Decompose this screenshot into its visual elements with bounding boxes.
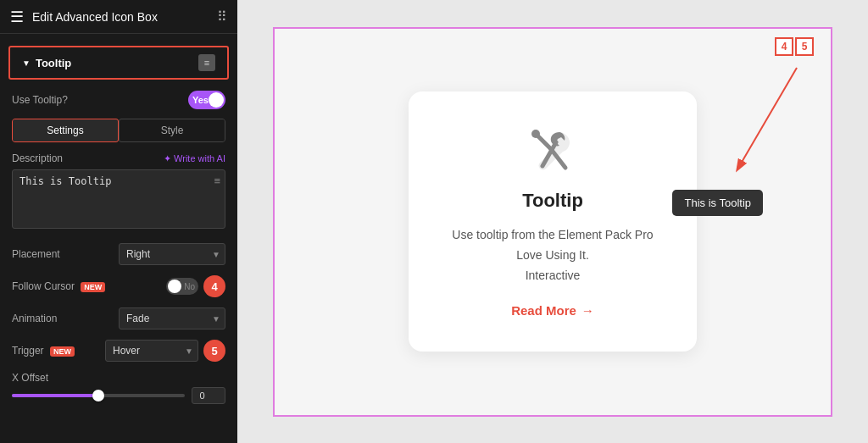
description-row: Description ✦ Write with AI — [0, 149, 237, 168]
card-read-more-link[interactable]: Read More → — [511, 303, 594, 318]
use-tooltip-label: Use Tooltip? — [12, 94, 188, 106]
annotation-badge-4: 4 — [203, 275, 225, 297]
card-tools-icon — [527, 125, 578, 176]
annotation-wrap: 4 5 — [712, 37, 814, 198]
follow-cursor-label: Follow Cursor NEW — [12, 280, 166, 292]
grid-icon[interactable]: ⠿ — [217, 8, 227, 25]
card-title: Tooltip — [522, 190, 583, 212]
doc-icon: ≡ — [198, 54, 215, 71]
description-textarea[interactable]: This is Tooltip — [12, 169, 225, 229]
sidebar-title: Edit Advanced Icon Box — [32, 10, 217, 24]
annotation-box-4: 4 — [775, 37, 793, 56]
trigger-new-badge: NEW — [50, 346, 75, 357]
follow-cursor-new-badge: NEW — [81, 282, 105, 292]
canvas-inner: Tooltip Use tooltip from the Element Pac… — [273, 27, 832, 417]
icon-box-card: Tooltip Use tooltip from the Element Pac… — [409, 91, 697, 351]
animation-label: Animation — [12, 313, 119, 324]
follow-cursor-toggle[interactable]: No — [166, 278, 198, 295]
animation-select-wrap: Fade Shift Away Scale Perspective ▼ — [119, 307, 225, 329]
toggle-knob — [209, 92, 224, 108]
sidebar-content: ▼ Tooltip ≡ Use Tooltip? Yes Settings St… — [0, 34, 237, 443]
animation-row: Animation Fade Shift Away Scale Perspect… — [0, 303, 237, 334]
x-offset-input[interactable] — [192, 387, 225, 404]
main-canvas: Tooltip Use tooltip from the Element Pac… — [237, 0, 868, 443]
description-label: Description — [12, 152, 164, 164]
placement-select-wrap: Right Left Top Bottom ▼ — [119, 243, 225, 265]
annotation-arrow — [712, 59, 814, 195]
annotation-numbers: 4 5 — [712, 37, 814, 56]
write-ai-button[interactable]: ✦ Write with AI — [164, 153, 225, 164]
follow-cursor-no-label: No — [184, 282, 195, 291]
tab-style[interactable]: Style — [119, 119, 225, 142]
trigger-select[interactable]: Hover Click Focus — [105, 340, 198, 362]
use-tooltip-row: Use Tooltip? Yes — [0, 86, 237, 114]
settings-style-tabs: Settings Style — [12, 119, 225, 142]
card-description: Use tooltip from the Element Pack Pro Lo… — [452, 225, 653, 285]
x-offset-row: X Offset — [0, 368, 237, 408]
placement-row: Placement Right Left Top Bottom ▼ — [0, 239, 237, 269]
animation-select[interactable]: Fade Shift Away Scale Perspective — [119, 307, 225, 329]
tooltip-section-header[interactable]: ▼ Tooltip ≡ — [8, 46, 229, 80]
x-offset-thumb[interactable] — [92, 390, 104, 401]
section-label: Tooltip — [36, 57, 198, 69]
placement-select[interactable]: Right Left Top Bottom — [119, 243, 225, 265]
placement-label: Placement — [12, 248, 119, 260]
x-offset-label: X Offset — [12, 372, 225, 384]
trigger-row: Trigger NEW Hover Click Focus ▼ 5 — [0, 335, 237, 366]
follow-cursor-row: Follow Cursor NEW No 4 — [0, 271, 237, 302]
textarea-lines-icon: ≡ — [214, 174, 220, 187]
svg-point-2 — [531, 130, 540, 138]
use-tooltip-toggle[interactable]: Yes — [188, 91, 225, 109]
svg-line-5 — [737, 68, 797, 169]
menu-icon[interactable]: ☰ — [10, 8, 24, 26]
x-offset-fill — [12, 394, 98, 397]
trigger-select-wrap: Hover Click Focus ▼ — [105, 340, 198, 362]
x-offset-track — [12, 394, 185, 397]
tab-settings[interactable]: Settings — [12, 119, 119, 142]
description-textarea-wrap: This is Tooltip ≡ — [12, 169, 225, 232]
doc-icon-symbol: ≡ — [204, 58, 209, 68]
x-offset-controls — [12, 387, 225, 404]
annotation-box-5: 5 — [795, 37, 814, 56]
annotation-badge-5: 5 — [203, 340, 225, 362]
follow-cursor-knob — [168, 280, 181, 293]
sidebar-header: ☰ Edit Advanced Icon Box ⠿ — [0, 0, 237, 34]
toggle-yes-label: Yes — [192, 95, 209, 105]
section-arrow-icon: ▼ — [22, 58, 31, 68]
trigger-label: Trigger NEW — [12, 345, 105, 357]
sidebar: ☰ Edit Advanced Icon Box ⠿ ▼ Tooltip ≡ U… — [0, 0, 237, 443]
